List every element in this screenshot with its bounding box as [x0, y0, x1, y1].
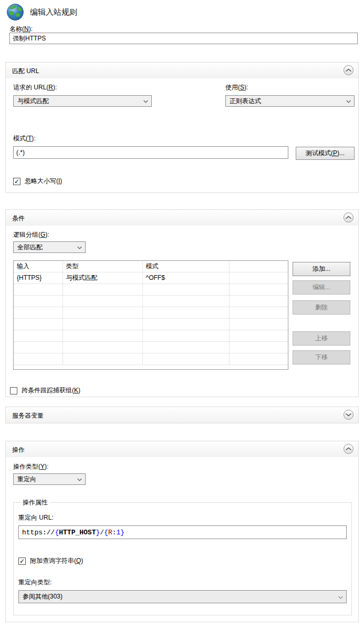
column-header-empty [229, 261, 288, 272]
ignore-case-label: 忽略大小写(I) [25, 177, 62, 186]
pattern-label: 模式(T): [13, 134, 355, 143]
chevron-up-icon [346, 216, 351, 219]
server-variables-group: 服务器变量 [5, 407, 359, 423]
action-type-select[interactable]: 重定向 [13, 473, 86, 485]
condition-cell [14, 341, 63, 353]
condition-row[interactable] [14, 330, 288, 341]
condition-cell [229, 272, 288, 283]
page-title: 编辑入站规则 [30, 7, 77, 17]
condition-cell [142, 307, 229, 318]
condition-cell [14, 307, 63, 318]
redirect-type-label: 重定向类型: [18, 578, 347, 587]
condition-cell: 与模式匹配 [63, 272, 142, 283]
condition-row[interactable] [14, 353, 288, 364]
condition-cell [63, 283, 142, 295]
condition-cell [229, 318, 288, 330]
delete-condition-button[interactable]: 删除 [293, 300, 350, 315]
track-capture-groups-label: 跨条件跟踪捕获组(K) [22, 386, 80, 395]
condition-cell: {HTTPS} [14, 272, 63, 283]
chevron-down-icon [346, 100, 351, 103]
condition-cell [142, 318, 229, 330]
chevron-down-icon [338, 596, 343, 599]
expand-button[interactable] [344, 410, 353, 420]
chevron-up-icon [346, 447, 351, 451]
collapse-button[interactable] [344, 65, 353, 75]
edit-condition-button[interactable]: 编辑... [293, 280, 350, 295]
action-type-label: 操作类型(Y): [13, 462, 355, 471]
collapse-button[interactable] [344, 212, 353, 222]
condition-cell [142, 283, 229, 295]
name-input[interactable] [9, 33, 358, 44]
condition-cell [142, 341, 229, 353]
action-title: 操作 [12, 446, 25, 453]
conditions-table[interactable]: 输入 类型 模式 {HTTPS}与模式匹配^OFF$ [13, 260, 288, 370]
condition-cell [229, 283, 288, 295]
pattern-input[interactable] [13, 146, 288, 159]
condition-cell [229, 307, 288, 318]
condition-cell [63, 307, 142, 318]
condition-cell [63, 353, 142, 364]
condition-cell [14, 318, 63, 330]
redirect-url-input[interactable]: https://{HTTP_HOST}/{R:1} [18, 525, 347, 539]
append-query-string-label: 附加查询字符串(Q) [30, 556, 83, 565]
condition-cell [14, 330, 63, 341]
condition-cell [229, 341, 288, 353]
chevron-down-icon [77, 246, 82, 249]
condition-row[interactable] [14, 307, 288, 318]
move-down-button[interactable]: 下移 [293, 350, 350, 364]
redirect-type-select[interactable]: 参阅其他(303) [18, 590, 347, 603]
condition-cell [14, 283, 63, 295]
condition-row[interactable] [14, 283, 288, 295]
test-pattern-button[interactable]: 测试模式(P)... [296, 147, 355, 160]
conditions-table-header: 输入 类型 模式 [14, 261, 288, 272]
add-condition-button[interactable]: 添加... [293, 262, 350, 276]
condition-cell: ^OFF$ [142, 272, 229, 283]
chevron-down-icon [143, 100, 148, 103]
chevron-down-icon [346, 413, 351, 417]
condition-cell [14, 295, 63, 307]
globe-icon [6, 3, 25, 22]
match-url-group: 匹配 URL 请求的 URL(R): 与模式匹配 使用(S): 正则表达式 模式… [5, 62, 359, 193]
conditions-group: 条件 逻辑分组(G): 全部匹配 输入 类型 模式 [5, 209, 359, 397]
condition-cell [142, 330, 229, 341]
requested-url-label: 请求的 URL(R): [13, 83, 152, 92]
condition-cell [142, 353, 229, 364]
condition-row[interactable] [14, 341, 288, 353]
condition-cell [229, 295, 288, 307]
chevron-down-icon [77, 478, 82, 481]
condition-cell [229, 330, 288, 341]
condition-row[interactable] [14, 318, 288, 330]
logical-grouping-select[interactable]: 全部匹配 [13, 241, 86, 253]
move-up-button[interactable]: 上移 [293, 331, 350, 346]
column-header-pattern: 模式 [142, 261, 229, 272]
condition-row[interactable]: {HTTPS}与模式匹配^OFF$ [14, 272, 288, 283]
action-group: 操作 操作类型(Y): 重定向 操作属性 重定向 URL: https://{H… [5, 441, 359, 622]
server-variables-title: 服务器变量 [12, 412, 44, 419]
redirect-url-label: 重定向 URL: [18, 513, 347, 522]
column-header-input: 输入 [14, 261, 63, 272]
condition-row[interactable] [14, 295, 288, 307]
condition-cell [229, 353, 288, 364]
match-url-title: 匹配 URL [12, 67, 39, 75]
condition-cell [142, 295, 229, 307]
requested-url-select[interactable]: 与模式匹配 [13, 95, 152, 107]
logical-grouping-label: 逻辑分组(G): [13, 230, 355, 239]
column-header-type: 类型 [63, 261, 142, 272]
chevron-up-icon [346, 68, 351, 72]
ignore-case-checkbox[interactable] [13, 178, 20, 185]
append-query-string-checkbox[interactable] [18, 558, 26, 565]
using-label: 使用(S): [225, 83, 355, 92]
condition-cell [63, 318, 142, 330]
condition-cell [63, 341, 142, 353]
condition-cell [63, 295, 142, 307]
action-properties-title: 操作属性 [20, 498, 50, 507]
collapse-button[interactable] [344, 444, 353, 454]
conditions-title: 条件 [12, 215, 25, 222]
action-properties-fieldset: 操作属性 重定向 URL: https://{HTTP_HOST}/{R:1} … [13, 498, 352, 615]
conditions-table-body: {HTTPS}与模式匹配^OFF$ [14, 272, 288, 364]
using-select[interactable]: 正则表达式 [225, 95, 355, 107]
condition-cell [14, 353, 63, 364]
condition-cell [63, 330, 142, 341]
track-capture-groups-checkbox[interactable] [10, 387, 17, 394]
